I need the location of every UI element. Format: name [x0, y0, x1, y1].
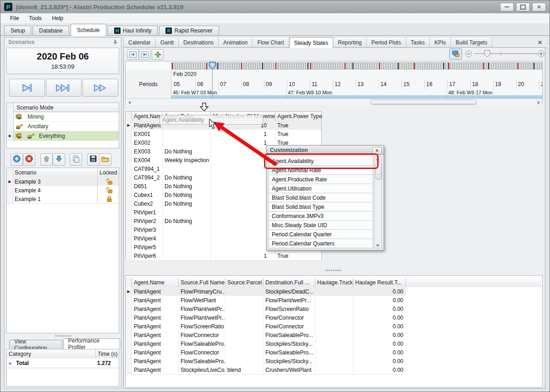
- profiler-row[interactable]: ▶ Total 1.272: [7, 359, 119, 368]
- timeline-day-07[interactable]: 07: [218, 79, 241, 89]
- scroll-left-button[interactable]: [127, 49, 139, 60]
- duplicate-button[interactable]: [70, 153, 82, 166]
- zoom-slider-thumb[interactable]: [484, 50, 490, 58]
- haulage-row[interactable]: PlantAgentFlow/ConnectorFlow/SaleablePro…: [126, 331, 406, 340]
- timeline-day-row[interactable]: 0506070809101112131415161718192021: [171, 79, 542, 90]
- timeline-day-17[interactable]: 17: [447, 79, 470, 89]
- haulage-row[interactable]: PlantAgentFlow/SaleablePro...Stockpiles/…: [126, 357, 406, 366]
- timeline-day-18[interactable]: 18: [470, 79, 493, 89]
- timeline-day-19[interactable]: 19: [493, 79, 516, 89]
- column-header-haulage-result-t-[interactable]: Haulage Result.T...: [353, 278, 406, 287]
- timeline-day-21[interactable]: 21: [539, 79, 542, 89]
- haulage-row[interactable]: PlantAgentFlow/Plant/wetPr...Flow/Connec…: [126, 313, 406, 322]
- customization-item-blast-solid-blast-code[interactable]: Blast Solid.blast Code: [269, 193, 373, 202]
- time-column-header[interactable]: Time (s): [95, 349, 119, 359]
- timeline-week-46[interactable]: 46: Feb W7 03 Mon: [171, 89, 286, 95]
- haulage-row[interactable]: PlantAgentFlow/ScreenRatioFlow/Connector…: [126, 322, 406, 331]
- haulage-row[interactable]: ▶PlantAgentFlow/PrimaryCru...Stockpiles/…: [126, 287, 406, 296]
- add-button[interactable]: [11, 153, 23, 166]
- timeline-day-15[interactable]: 15: [402, 79, 424, 89]
- view-tab-build-targets[interactable]: Build Targets: [451, 38, 492, 48]
- menu-item-help[interactable]: Help: [47, 14, 68, 23]
- column-header-haulage-truck[interactable]: Haulage.Truck: [315, 278, 353, 287]
- timeline-day-06[interactable]: 06: [195, 79, 218, 89]
- column-header-source-parcel[interactable]: Source.Parcel: [225, 278, 263, 287]
- fast-forward-button[interactable]: [82, 79, 118, 97]
- sidebar-tab-view-configuration[interactable]: View Configuration: [9, 340, 62, 349]
- haulage-row[interactable]: PlantAgentFlow/ConnectorFlow/SaleablePro…: [126, 348, 406, 357]
- view-tab-period-plots[interactable]: Period Plots: [367, 38, 406, 48]
- customization-item-period-calendar-quarter[interactable]: Period.Calendar Quarter: [269, 230, 373, 239]
- scenario-mode-header[interactable]: Scenario Mode: [14, 104, 54, 111]
- popup-scrollbar[interactable]: [374, 157, 382, 248]
- scenario-row-example-4[interactable]: Example 4: [7, 186, 119, 195]
- timeline-week-48[interactable]: 48: Feb W9 17 Mon: [446, 89, 542, 95]
- view-tab-animation[interactable]: Animation: [219, 38, 253, 48]
- haulage-row[interactable]: PlantAgentFlow/SaleablePro...Stockpiles/…: [126, 339, 406, 348]
- sidebar-tab-performance-profiler[interactable]: Performance Profiler: [63, 338, 120, 349]
- timeline-marker-icon[interactable]: [209, 62, 216, 70]
- open-button[interactable]: [99, 153, 111, 166]
- agent-row-ex001[interactable]: EX0011True: [126, 130, 321, 139]
- app-tab-haul-infinity[interactable]: HHaul Infinity: [108, 26, 158, 35]
- timeline-period-bar[interactable]: [171, 95, 542, 98]
- timeline-month-row[interactable]: Feb 2020: [171, 70, 542, 80]
- customization-item-misc-steady-state-uid[interactable]: Misc.Steady State UID: [269, 221, 373, 230]
- view-tab-kpis[interactable]: KPIs: [430, 38, 451, 48]
- save-button[interactable]: [87, 153, 99, 166]
- close-view-icon[interactable]: ✕: [538, 39, 542, 46]
- customization-item-agent-productive-rate[interactable]: Agent.Productive Rate: [269, 175, 373, 184]
- close-button[interactable]: ✕: [532, 3, 546, 11]
- timeline-day-11[interactable]: 11: [310, 79, 333, 89]
- menu-item-file[interactable]: File: [5, 14, 24, 23]
- delete-button[interactable]: [23, 153, 35, 166]
- pin-icon[interactable]: [113, 39, 118, 45]
- app-tab-schedule[interactable]: Schedule: [71, 24, 106, 36]
- scrollbar-left-icon[interactable]: [128, 101, 131, 104]
- locked-icon[interactable]: [97, 195, 119, 203]
- view-tab-reporting[interactable]: Reporting: [333, 38, 367, 48]
- customization-item-period-calendar-quarters[interactable]: Period.Calendar Quarters: [269, 239, 373, 248]
- timeline-scrollbar[interactable]: [126, 98, 542, 105]
- timeline-day-08[interactable]: 08: [241, 79, 264, 89]
- app-tab-rapid-reserver[interactable]: RRapid Reserver: [159, 26, 219, 35]
- customization-item-agent-utilisation[interactable]: Agent.Utilisation: [269, 184, 373, 193]
- timeline-week-47[interactable]: 47: Feb W8 10 Mon: [286, 89, 446, 95]
- column-header-agent-name[interactable]: Agent.Name: [132, 112, 162, 121]
- zoom-out-button[interactable]: [465, 50, 472, 57]
- column-header-destination-full-[interactable]: Destination.Full ...: [263, 278, 315, 287]
- skip-to-next-button[interactable]: [46, 79, 82, 97]
- timeline-day-13[interactable]: 13: [356, 79, 379, 89]
- app-tab-database[interactable]: Database: [33, 26, 69, 35]
- timeline-day-14[interactable]: 14: [379, 79, 402, 89]
- scroll-right-button[interactable]: [139, 49, 151, 60]
- unlocked-icon[interactable]: [97, 177, 119, 186]
- customization-item-blast-solid-blast-type[interactable]: Blast Solid.blast Type: [269, 202, 373, 212]
- view-tab-calendar[interactable]: Calendar: [123, 38, 156, 48]
- view-tab-destinations[interactable]: Destinations: [179, 38, 219, 48]
- haulage-row[interactable]: PlantAgentFlow/WetPlantFlow/Plant/wetPr.…: [126, 296, 406, 305]
- timeline-day-10[interactable]: 10: [287, 79, 310, 89]
- scenario-mode-row-ancillary[interactable]: Ancillary: [7, 121, 119, 131]
- menu-item-tools[interactable]: Tools: [24, 14, 47, 23]
- category-column-header[interactable]: Category: [7, 349, 95, 359]
- haulage-row[interactable]: PlantAgentFlow/Plant/wetPr...Flow/Screen…: [126, 305, 406, 314]
- scrollbar-thumb[interactable]: [370, 100, 477, 105]
- unlocked-icon[interactable]: [97, 186, 119, 195]
- column-header-agent-power-type[interactable]: Agent.Power Type: [275, 112, 322, 121]
- app-tab-setup[interactable]: Setup: [4, 26, 31, 35]
- view-tab-steady-states[interactable]: Steady States: [289, 37, 334, 48]
- timeline-day-16[interactable]: 16: [424, 79, 447, 89]
- expand-icon[interactable]: ▶: [9, 361, 12, 365]
- column-header-agent-name[interactable]: Agent.Name: [132, 278, 178, 287]
- fit-columns-button[interactable]: [152, 49, 164, 60]
- customization-item-conformance-3mpv3[interactable]: Conformance.3MPv3: [269, 212, 373, 221]
- timeline-minimap[interactable]: [171, 62, 542, 70]
- step-forward-button[interactable]: [9, 79, 45, 97]
- timeline-day-12[interactable]: 12: [333, 79, 356, 89]
- scrollbar-right-icon[interactable]: [538, 101, 540, 104]
- scroll-down-icon[interactable]: [376, 245, 380, 247]
- scenario-mode-row-mining[interactable]: Mining: [7, 112, 119, 122]
- haulage-row[interactable]: PlantAgentStockpiles/LiveCo...blendCrush…: [126, 365, 406, 375]
- minimize-button[interactable]: [500, 3, 514, 11]
